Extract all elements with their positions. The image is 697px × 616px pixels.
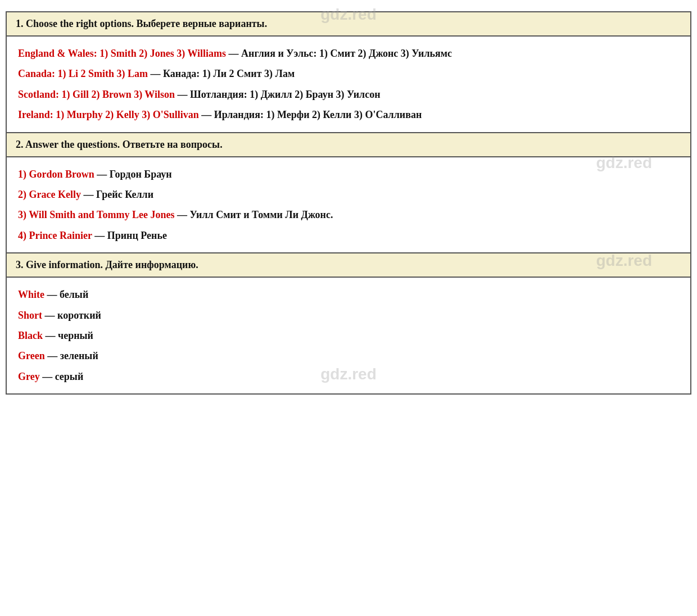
exercise-2-header-row: 2. Answer the questions. Ответьте на воп… [6,133,691,157]
exercise-1-content: England & Wales: 1) Smith 2) Jones 3) Wi… [6,36,691,133]
exercise-table: 1. Choose the right options. Выберете ве… [6,11,691,395]
exercise-1-red-3: Scotland: 1) Gill 2) Brown 3) Wilson [18,89,175,100]
exercise-1-header-text: 1. Choose the right options. Выберете ве… [16,18,267,29]
exercise-1-line-1: England & Wales: 1) Smith 2) Jones 3) Wi… [18,44,679,62]
exercise-2-red-3: 3) Will Smith and Tommy Lee Jones [18,209,174,220]
exercise-1-line-4: Ireland: 1) Murphy 2) Kelly 3) O'Sulliva… [18,106,679,124]
exercise-2-line-2: 2) Grace Kelly — Грейс Келли [18,185,679,203]
exercise-2-black-2: — Грейс Келли [81,189,153,200]
exercise-1-black-2: — Канада: 1) Ли 2 Смит 3) Лам [148,68,295,79]
exercise-1-header: 1. Choose the right options. Выберете ве… [6,12,691,36]
exercise-3-line-2: Short — короткий [18,306,679,324]
exercise-2-red-4: 4) Prince Rainier [18,230,92,241]
exercise-2-black-1: — Гордон Браун [94,169,172,180]
exercise-3-red-3: Black [18,330,43,341]
exercise-2-header-text: 2. Answer the questions. Ответьте на воп… [16,139,223,150]
exercise-1-black-1: — Англия и Уэльс: 1) Смит 2) Джонс 3) Уи… [226,48,452,59]
exercise-1-red-1: England & Wales: 1) Smith 2) Jones 3) Wi… [18,48,226,59]
exercise-2-red-2: 2) Grace Kelly [18,189,81,200]
exercise-2-line-3: 3) Will Smith and Tommy Lee Jones — Уилл… [18,206,679,224]
exercise-1-black-4: — Ирландия: 1) Мерфи 2) Келли 3) О'Салли… [199,109,422,120]
exercise-2-content: 1) Gordon Brown — Гордон Браун 2) Grace … [6,157,691,253]
exercise-2-content-row: 1) Gordon Brown — Гордон Браун 2) Grace … [6,157,691,253]
exercise-3-red-5: Grey [18,371,40,382]
exercise-3-line-3: Black — черный [18,327,679,345]
exercise-3-line-4: Green — зеленый [18,347,679,365]
exercise-1-content-row: England & Wales: 1) Smith 2) Jones 3) Wi… [6,36,691,133]
exercise-3-red-1: White [18,289,44,300]
exercise-2-red-1: 1) Gordon Brown [18,169,94,180]
exercise-2-black-4: — Принц Ренье [92,230,167,241]
exercise-3-line-5: Grey — серый [18,368,679,386]
page-container: gdz.red gdz.red gdz.red gdz.red 1. Choos… [0,0,697,406]
exercise-1-header-row: 1. Choose the right options. Выберете ве… [6,12,691,36]
exercise-3-header: 3. Give information. Дайте информацию. [6,253,691,277]
exercise-3-black-2: — короткий [42,310,101,321]
exercise-2-black-3: — Уилл Смит и Томми Ли Джонс. [174,209,333,220]
exercise-1-red-4: Ireland: 1) Murphy 2) Kelly 3) O'Sulliva… [18,109,199,120]
exercise-3-black-4: — зеленый [45,350,98,361]
exercise-1-line-3: Scotland: 1) Gill 2) Brown 3) Wilson — Ш… [18,85,679,103]
exercise-3-black-1: — белый [44,289,88,300]
exercise-1-black-3: — Шотландия: 1) Джилл 2) Браун 3) Уилсон [175,89,381,100]
exercise-3-content: White — белый Short — короткий Black — ч… [6,277,691,394]
exercise-3-line-1: White — белый [18,286,679,304]
exercise-3-content-row: White — белый Short — короткий Black — ч… [6,277,691,394]
exercise-2-line-4: 4) Prince Rainier — Принц Ренье [18,227,679,244]
exercise-3-header-text: 3. Give information. Дайте информацию. [16,259,198,270]
exercise-3-black-5: — серый [40,371,84,382]
exercise-3-header-row: 3. Give information. Дайте информацию. [6,253,691,277]
exercise-2-line-1: 1) Gordon Brown — Гордон Браун [18,165,679,183]
exercise-2-header: 2. Answer the questions. Ответьте на воп… [6,133,691,157]
exercise-1-red-2: Canada: 1) Li 2 Smith 3) Lam [18,68,148,79]
exercise-3-red-2: Short [18,310,42,321]
exercise-1-line-2: Canada: 1) Li 2 Smith 3) Lam — Канада: 1… [18,65,679,83]
exercise-3-black-3: — черный [43,330,93,341]
exercise-3-red-4: Green [18,350,45,361]
